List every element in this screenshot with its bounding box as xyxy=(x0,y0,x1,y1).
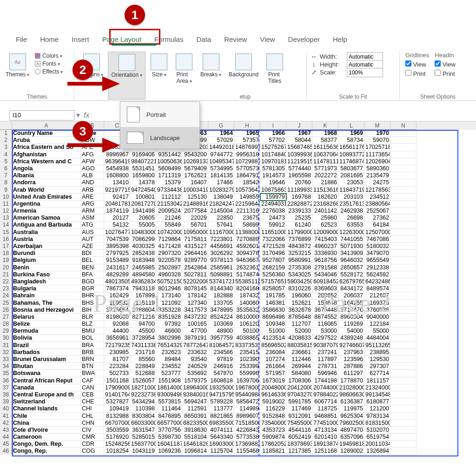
cell[interactable]: CIV xyxy=(81,427,104,434)
cell[interactable]: 1914573 xyxy=(260,172,286,179)
orientation-landscape[interactable]: Landscape xyxy=(120,127,199,148)
cell[interactable]: 287886 xyxy=(338,363,364,370)
cell[interactable]: 754550000 xyxy=(286,420,312,427)
cell[interactable]: 58044 xyxy=(286,137,312,144)
cell[interactable]: 110398 xyxy=(130,405,156,412)
cell[interactable]: 146381 xyxy=(260,300,286,307)
cell[interactable]: 7376899 xyxy=(286,236,312,243)
cell[interactable]: 113777 xyxy=(208,405,234,412)
cell[interactable]: 117468741 xyxy=(338,158,364,165)
cell[interactable]: 3535632 xyxy=(234,307,260,314)
cell[interactable]: 8874552 xyxy=(312,314,338,321)
cell[interactable]: Azerbaijan xyxy=(12,243,81,250)
cell[interactable]: 26698 xyxy=(338,214,364,221)
cell[interactable]: 11388000 xyxy=(234,229,260,236)
cell[interactable]: 127340 xyxy=(182,300,208,307)
cell[interactable]: 8524224 xyxy=(208,314,234,321)
cell[interactable]: 200652 xyxy=(312,292,338,299)
cell[interactable]: 100506360 xyxy=(156,158,182,165)
orientation-portrait[interactable]: Portrait xyxy=(120,102,199,127)
cell[interactable]: Burkina Faso xyxy=(12,271,81,278)
cell[interactable]: 112591 xyxy=(182,405,208,412)
cell[interactable]: 81707 xyxy=(104,356,130,363)
row-header[interactable]: 9 xyxy=(0,187,12,194)
cell[interactable]: 48900 xyxy=(208,328,234,335)
cell[interactable] xyxy=(390,391,416,398)
cell[interactable]: 20817270 xyxy=(130,201,156,208)
cell[interactable]: 115136161 xyxy=(312,187,338,194)
cell[interactable]: 3879191 xyxy=(182,335,208,342)
cell[interactable]: 23675 xyxy=(234,214,260,221)
cell[interactable]: 61240 xyxy=(286,221,312,228)
cell[interactable]: 25980 xyxy=(312,214,338,221)
cell[interactable]: 17466 xyxy=(208,179,234,186)
cell[interactable]: 45500 xyxy=(130,328,156,335)
cell[interactable]: 64184 xyxy=(364,221,390,228)
cell[interactable]: 1708306 xyxy=(286,377,312,384)
fx-icon[interactable]: fx xyxy=(84,111,89,120)
cell[interactable]: 7943118 xyxy=(130,285,156,292)
cell[interactable]: 116065 xyxy=(312,321,338,328)
cell[interactable]: 547870 xyxy=(208,370,234,377)
cell[interactable]: 10950000 xyxy=(182,229,208,236)
cell[interactable]: 44400 xyxy=(104,328,130,335)
cell[interactable]: 3336930 xyxy=(312,250,338,257)
cell[interactable]: 12263000 xyxy=(338,229,364,236)
cell[interactable]: 8696496 xyxy=(260,314,286,321)
cell[interactable]: 2211316 xyxy=(234,208,260,214)
cell[interactable]: 27362 xyxy=(364,214,390,221)
cell[interactable]: 22159644 xyxy=(234,201,260,208)
cell[interactable]: 5771973 xyxy=(312,165,338,172)
cell[interactable]: 15379 xyxy=(156,179,182,186)
cell[interactable]: 2542864 xyxy=(182,264,208,271)
cell[interactable]: Bermuda xyxy=(12,328,81,335)
cell[interactable]: 114989 xyxy=(234,405,260,412)
cell[interactable]: 85696502 xyxy=(260,342,286,349)
cell[interactable]: 3760536 xyxy=(364,307,390,314)
cell[interactable]: BHR xyxy=(81,292,104,299)
cell[interactable]: AZE xyxy=(81,243,104,250)
cell[interactable]: 112446 xyxy=(286,356,312,363)
cell[interactable]: 9351442 xyxy=(156,151,182,158)
cell[interactable]: 3632678 xyxy=(286,307,312,314)
column-header[interactable]: K xyxy=(312,121,338,130)
cell[interactable]: CHL xyxy=(81,413,104,420)
cell[interactable]: 16407 xyxy=(182,179,208,186)
cell[interactable] xyxy=(390,448,416,455)
cell[interactable]: Albania xyxy=(12,172,81,179)
cell[interactable]: 114781116 xyxy=(312,158,338,165)
cell[interactable]: 10637064 xyxy=(312,151,338,158)
row-header[interactable]: 36 xyxy=(0,377,12,384)
cell[interactable]: 5643340 xyxy=(208,434,234,441)
cell[interactable]: 5789228 xyxy=(208,398,234,405)
cell[interactable]: 9153489 xyxy=(104,257,130,264)
row-header[interactable]: 32 xyxy=(0,349,12,356)
cell[interactable]: 4484004 xyxy=(364,335,390,342)
cell[interactable]: 1864791 xyxy=(234,172,260,179)
cell[interactable]: AUT xyxy=(81,236,104,243)
cell[interactable]: 50752150 xyxy=(156,278,182,285)
cell[interactable]: 237963 xyxy=(338,349,364,356)
cell[interactable]: 92232738 xyxy=(130,391,156,398)
cell[interactable]: 3802996 xyxy=(156,335,182,342)
cell[interactable]: 48013505 xyxy=(104,278,130,285)
cell[interactable]: 81064572 xyxy=(208,342,234,349)
background-button[interactable]: Background xyxy=(226,52,261,100)
cell[interactable]: 9580991 xyxy=(286,257,312,264)
cell[interactable]: 2682159 xyxy=(260,264,286,271)
cell[interactable]: 4171428 xyxy=(156,243,182,250)
cell[interactable]: 11651000 xyxy=(260,229,286,236)
cell[interactable]: 3413909 xyxy=(338,250,364,257)
cell[interactable]: 502733 xyxy=(104,370,130,377)
cell[interactable]: 47700 xyxy=(182,328,208,335)
cell[interactable] xyxy=(390,335,416,342)
cell[interactable]: 116229 xyxy=(260,405,286,412)
cell[interactable]: 8204168 xyxy=(234,285,260,292)
cell[interactable]: 94715795 xyxy=(208,391,234,398)
cell[interactable]: 3675448 xyxy=(312,307,338,314)
cell[interactable] xyxy=(390,307,416,314)
cell[interactable]: 7867374 xyxy=(104,285,130,292)
cell[interactable]: 112195150 xyxy=(286,158,312,165)
cell[interactable]: 18964000 xyxy=(182,384,208,391)
cell[interactable]: 97884022 xyxy=(312,391,338,398)
